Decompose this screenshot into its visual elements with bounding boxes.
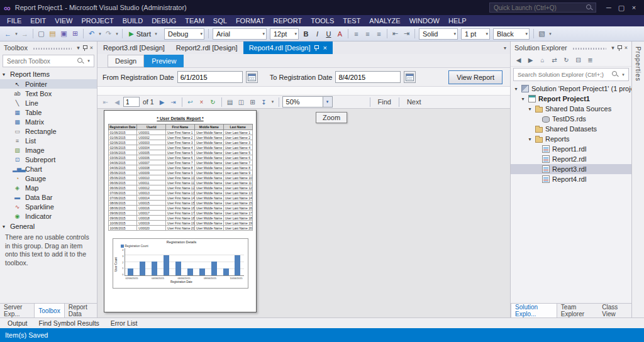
view-tab-design[interactable]: Design [108,55,144,67]
page-setup-button[interactable]: ⊞ [248,99,258,106]
tree-item-shared-datasets[interactable]: Shared Datasets [511,124,631,134]
output-tab-output[interactable]: Output [3,319,33,327]
dropdown-arrow-icon[interactable]: ▾ [323,97,332,107]
align-right-button[interactable]: ≡ [374,28,384,40]
collapse-all-icon[interactable]: ⊟ [573,57,584,63]
menu-window[interactable]: WINDOW [405,17,444,25]
dropdown-arrow-icon[interactable]: ▾ [548,31,553,36]
toolbox-item-subreport[interactable]: ⊡Subreport [0,155,97,164]
toolbox-item-indicator[interactable]: ◉Indicator [0,211,97,221]
menu-help[interactable]: HELP [444,17,471,25]
se-search[interactable]: ▾ [513,68,629,81]
tree-item-report-project1[interactable]: ▾Report Project1 [511,94,631,104]
redo-button[interactable]: ↷ [103,28,114,40]
from-date-calendar-button[interactable] [246,71,258,83]
back-to-parent-report-button[interactable]: ↩ [186,99,196,106]
dropdown-arrow-icon[interactable]: ▾ [114,31,119,36]
expander-icon[interactable]: ▾ [520,96,526,102]
toolbox-item-table[interactable]: ▦Table [0,108,97,117]
panel-tab-class-view[interactable]: Class View [598,304,631,317]
dropdown-arrow-icon[interactable]: ▾ [270,99,275,104]
to-date-calendar-button[interactable] [404,71,416,83]
properties-icon[interactable]: ≣ [585,57,596,63]
toolbox-item-gauge[interactable]: ◔Gauge [0,174,97,183]
minimize-button[interactable]: ─ [602,4,615,12]
menu-analyze[interactable]: ANALYZE [365,17,404,25]
toolbox-item-matrix[interactable]: ▩Matrix [0,117,97,126]
last-page-button[interactable]: ⇥ [169,99,179,106]
close-button[interactable]: × [628,4,640,12]
menu-sql[interactable]: SQL [209,17,231,25]
dropdown-arrow-icon[interactable]: ▾ [621,72,626,77]
tree-item-report4-rdl[interactable]: Report4.rdl [511,174,631,184]
stop-rendering-button[interactable]: × [197,99,207,106]
toolbox-section-report-items[interactable]: ▾ Report Items [0,69,97,79]
panel-tab-toolbox[interactable]: Toolbox [34,304,64,317]
from-date-input[interactable] [177,71,243,83]
pin-icon[interactable] [314,45,319,52]
font-size-combo[interactable]: 12pt▾ [270,28,299,40]
navigate-forward-button[interactable]: → [19,28,30,40]
view-tab-preview[interactable]: Preview [144,55,184,67]
tree-item-solution-report-project1-1-project[interactable]: ▾Solution 'Report Project1' (1 project) [511,84,631,94]
refresh-button[interactable]: ↻ [208,99,218,106]
pin-icon[interactable] [617,45,622,52]
next-page-button[interactable]: ▶ [157,99,167,106]
menu-build[interactable]: BUILD [118,17,147,25]
output-tab-find-symbol-results[interactable]: Find Symbol Results [34,319,104,327]
print-button[interactable]: ▤ [225,99,235,106]
page-number-input[interactable] [123,97,140,107]
panel-tab-team-explorer[interactable]: Team Explorer [557,304,598,317]
close-icon[interactable]: × [323,44,326,52]
font-color-button[interactable]: A [335,28,345,40]
document-tab-report4-rdl-design[interactable]: Report4.rdl [Design]× [243,41,333,54]
new-file-button[interactable]: ▢ [36,28,47,40]
toolbox-item-pointer[interactable]: ↖Pointer [0,79,97,89]
menu-edit[interactable]: EDIT [26,17,50,25]
tree-item-reports[interactable]: ▾Reports [511,134,631,144]
dropdown-arrow-icon[interactable]: ▾ [86,58,91,63]
properties-tab[interactable]: Properties [635,47,641,82]
back-icon[interactable]: ◀ [513,57,524,63]
menu-debug[interactable]: DEBUG [147,17,180,25]
tree-item-testds-rds[interactable]: TestDS.rds [511,114,631,124]
save-button[interactable]: ▣ [58,28,69,40]
switch-views-icon[interactable]: ⇄ [549,57,560,63]
start-debugging-button[interactable]: ▶Start▾ [125,28,162,40]
tree-item-report1-rdl[interactable]: Report1.rdl [511,144,631,154]
previous-page-button[interactable]: ◀ [112,99,122,106]
decrease-indent-button[interactable]: ⇤ [390,28,401,40]
increase-indent-button[interactable]: ⇥ [401,28,412,40]
close-icon[interactable]: × [625,45,628,51]
undo-button[interactable]: ↶ [86,28,97,40]
next-button[interactable]: Next [402,98,426,106]
open-file-button[interactable]: ▤ [47,28,58,40]
menu-report[interactable]: REPORT [269,17,307,25]
menu-file[interactable]: FILE [3,17,26,25]
find-button[interactable]: Find [374,98,396,106]
toolbox-item-chart[interactable]: ▂▅▃Chart [0,164,97,174]
toolbox-section-general[interactable]: ▾ General [0,221,97,231]
expander-icon[interactable]: ▾ [527,136,533,142]
maximize-button[interactable]: ▢ [615,4,628,12]
expander-icon[interactable]: ▾ [527,106,533,112]
toolbox-item-rectangle[interactable]: ▭Rectangle [0,126,97,136]
toolbox-search[interactable]: ▾ [3,55,94,67]
save-all-button[interactable]: ⊞ [70,28,80,40]
home-icon[interactable]: ⌂ [537,57,548,63]
first-page-button[interactable]: ⇤ [101,99,111,106]
border-color-combo[interactable]: Black▾ [493,28,530,40]
expander-icon[interactable]: ▾ [513,86,519,92]
output-tab-error-list[interactable]: Error List [106,319,143,327]
panel-tab-server-exp[interactable]: Server Exp... [0,304,34,317]
refresh-icon[interactable]: ↻ [561,57,572,63]
italic-button[interactable]: I [312,28,323,40]
tree-item-shared-data-sources[interactable]: ▾Shared Data Sources [511,104,631,114]
document-list-arrow-icon[interactable]: ▾ [504,45,506,51]
toolbox-item-data-bar[interactable]: ▬Data Bar [0,192,97,202]
panel-tab-report-data[interactable]: Report Data [65,304,97,317]
toolbox-item-list[interactable]: ≡List [0,136,97,145]
chevron-down-icon[interactable]: ▾ [611,45,614,51]
border-width-combo[interactable]: 1 pt▾ [461,28,490,40]
se-search-input[interactable] [516,70,610,79]
